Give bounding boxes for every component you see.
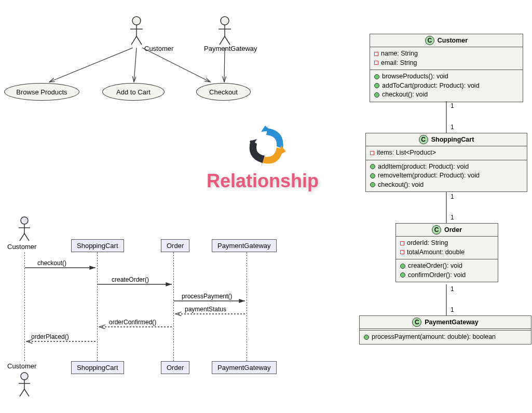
mult-1e: 1: [451, 285, 454, 293]
mult-1c: 1: [451, 193, 454, 200]
mult-1b: 1: [451, 123, 454, 131]
class-connectors: [0, 0, 532, 413]
mult-1a: 1: [451, 102, 454, 109]
mult-1d: 1: [451, 214, 454, 221]
mult-1f: 1: [451, 306, 454, 313]
